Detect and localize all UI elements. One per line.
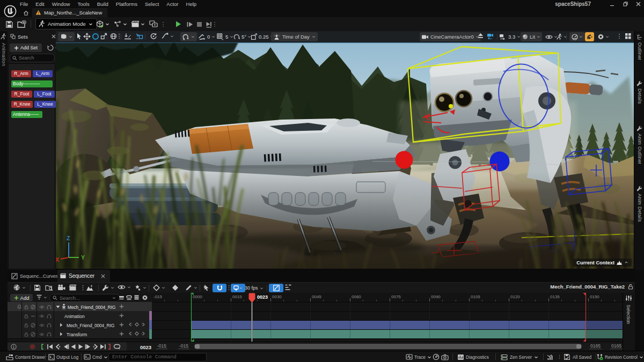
step-back-button[interactable]	[63, 344, 69, 350]
next-key-icon[interactable]	[141, 322, 145, 327]
cinematic-viewport-button[interactable]	[585, 32, 594, 41]
output-log-button[interactable]: Output Log	[47, 351, 80, 362]
frame-skip-button[interactable]	[185, 18, 194, 30]
pin-icon[interactable]	[17, 305, 21, 309]
info-icon[interactable]	[11, 344, 17, 350]
expander-closed-icon[interactable]	[60, 323, 63, 327]
row-size-small-icon[interactable]	[119, 295, 125, 300]
menu-file[interactable]: File	[16, 0, 32, 8]
time-of-day-dropdown[interactable]: Time of Day	[271, 32, 318, 41]
cinematics-dropdown[interactable]	[130, 18, 145, 30]
track-row-rig-child[interactable]: Mech_Friend_0004_RIG	[8, 320, 152, 330]
menu-edit[interactable]: Edit	[32, 0, 48, 8]
deactivate-icon[interactable]	[31, 332, 35, 337]
add-section-plus-icon[interactable]	[119, 322, 124, 327]
timeline-canvas[interactable]	[152, 293, 623, 342]
actions-icon[interactable]	[86, 284, 94, 291]
track-row-animation[interactable]: Animation	[8, 311, 152, 321]
add-key-icon[interactable]	[135, 322, 139, 327]
play-forward-button[interactable]	[78, 344, 84, 350]
eye-icon[interactable]	[39, 333, 45, 336]
level-tab[interactable]: Map_Northe..._ScaleNew	[32, 8, 107, 17]
save-icon[interactable]	[4, 18, 14, 30]
viewport-layout-icon[interactable]	[624, 33, 633, 40]
sequencer-timeline[interactable]: -015 0000 0015 0030 0045 0060 0075 0090 …	[152, 293, 623, 342]
sets-search-input[interactable]: Search	[10, 54, 55, 62]
camera-speed-dropdown[interactable]: 3.3	[499, 32, 521, 41]
browse-sequence-icon[interactable]	[45, 284, 53, 291]
headphones-icon[interactable]	[47, 332, 52, 337]
set-pill-l-arm[interactable]: L_Arm	[33, 70, 53, 77]
lock-icon[interactable]	[24, 323, 28, 328]
edit-select-icon[interactable]	[203, 284, 210, 291]
lock-icon[interactable]	[24, 314, 28, 319]
move-tool-icon[interactable]	[83, 33, 91, 40]
menu-actor[interactable]: Actor	[163, 0, 182, 8]
restore-button[interactable]	[619, 0, 631, 8]
unreal-logo-icon[interactable]	[4, 5, 17, 18]
add-track-button[interactable]: Add	[10, 294, 33, 301]
expander-closed-icon[interactable]	[60, 332, 63, 336]
current-context-badge[interactable]: Current Context	[573, 258, 632, 267]
blueprints-dropdown[interactable]	[113, 18, 127, 30]
bracket-in-icon[interactable]	[41, 344, 44, 350]
set-pill-r-knee[interactable]: R_Knee	[11, 101, 33, 108]
play-button[interactable]	[173, 18, 184, 30]
to-end-button[interactable]	[100, 344, 106, 350]
view-range-start-field[interactable]: -015	[156, 343, 167, 349]
set-pill-body[interactable]: Body-----------	[11, 80, 53, 87]
viewport-options-dropdown[interactable]	[58, 32, 75, 41]
tab-anim-outliner[interactable]: Anim Outliner	[634, 125, 644, 164]
sequencer-dots[interactable]: ⋮	[80, 285, 86, 291]
close-button[interactable]	[632, 0, 644, 8]
headphones-icon[interactable]	[47, 305, 52, 309]
add-key-icon[interactable]	[135, 331, 139, 336]
tab-outliner[interactable]: Outliner	[634, 34, 644, 60]
eject-camera-icon[interactable]	[477, 33, 485, 39]
scale-snap-dropdown[interactable]: 0.25	[251, 32, 274, 41]
tab-anim-details[interactable]: Anim Details	[634, 186, 644, 222]
add-section-plus-icon[interactable]	[119, 331, 124, 336]
sliders-icon[interactable]	[625, 295, 632, 301]
set-pill-r-foot[interactable]: R_Foot	[11, 91, 32, 98]
next-key-button[interactable]	[92, 344, 99, 350]
tab-selection[interactable]: Selection	[626, 305, 631, 324]
animation-panel-tab[interactable]: Animation	[1, 43, 6, 67]
track-filter-dropdown[interactable]	[36, 294, 47, 300]
bracket-out-icon[interactable]	[108, 344, 111, 350]
home-button[interactable]	[21, 9, 31, 17]
save-sequence-icon[interactable]	[34, 284, 41, 291]
create-camera-icon[interactable]	[57, 284, 65, 291]
menu-help[interactable]: Help	[182, 0, 201, 8]
spline-tool-dropdown[interactable]	[161, 33, 174, 39]
eye-icon[interactable]	[39, 305, 45, 309]
sets-panel-header[interactable]: Sets	[8, 31, 58, 42]
cmd-dropdown[interactable]: Cmd	[83, 351, 109, 362]
track-settings-gear-icon[interactable]	[142, 294, 148, 301]
scrollbar-left-grip[interactable]	[195, 344, 200, 349]
launch-platforms-icon[interactable]	[148, 18, 159, 30]
step-forward-button[interactable]	[85, 344, 91, 350]
headphones-icon[interactable]	[47, 323, 52, 328]
diagnostics-button[interactable]: Diagnostics	[455, 351, 491, 362]
revision-control-dropdown[interactable]: Revision Control	[595, 351, 644, 362]
close-icon[interactable]	[101, 274, 105, 278]
set-pill-l-foot[interactable]: L_Foot	[34, 91, 55, 98]
working-range-end-field[interactable]: 0165	[610, 343, 623, 349]
prev-key-icon[interactable]	[128, 331, 133, 336]
trace-camera-button[interactable]	[440, 351, 450, 362]
snap-toggle-button[interactable]	[213, 284, 226, 292]
row-size-large-icon[interactable]	[134, 295, 140, 300]
lock-icon[interactable]	[24, 305, 28, 309]
track-search-input[interactable]: Search...	[49, 294, 120, 302]
pilot-camera-icon[interactable]	[486, 33, 495, 40]
play-backward-button[interactable]	[70, 344, 76, 350]
show-flags-dropdown[interactable]	[545, 32, 558, 41]
working-range-start-field[interactable]: -015	[178, 343, 189, 349]
keyframe-diamond-icon[interactable]	[172, 284, 179, 291]
current-frame-field[interactable]: 0023	[140, 344, 151, 350]
timeline-scrollbar[interactable]	[194, 344, 582, 349]
content-browser-icon[interactable]	[16, 18, 27, 30]
grid-snap-dropdown[interactable]: 5	[217, 32, 233, 41]
lock-icon[interactable]	[628, 284, 633, 290]
